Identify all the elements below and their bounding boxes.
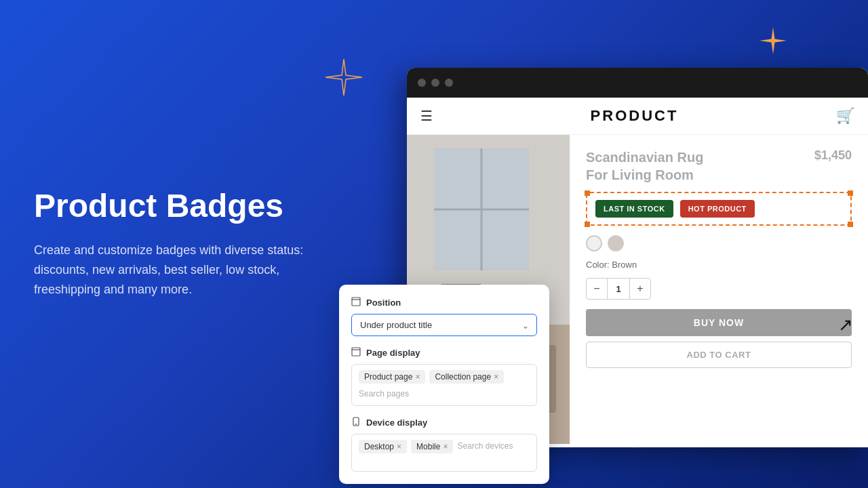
collection-page-tag: Collection page ×	[429, 370, 504, 384]
badge-corner-bl	[585, 222, 590, 227]
mobile-tag: Mobile ×	[411, 440, 453, 453]
desktop-tag-label: Desktop	[364, 442, 394, 451]
quantity-increase-button[interactable]: +	[630, 279, 650, 299]
page-display-section: Page display Product page × Collection p…	[351, 347, 537, 406]
page-tags-input[interactable]: Product page × Collection page × Search …	[351, 364, 537, 406]
color-swatch-medium[interactable]	[608, 235, 624, 251]
product-name: Scandinavian RugFor Living Room	[586, 148, 703, 184]
left-section: Product Badges Create and customize badg…	[0, 0, 353, 488]
store-name: PRODUCT	[591, 107, 679, 125]
product-page-tag: Product page ×	[359, 370, 425, 384]
collection-page-tag-remove[interactable]: ×	[494, 373, 498, 381]
desktop-tag-remove[interactable]: ×	[397, 443, 401, 451]
position-section-title: Position	[366, 298, 401, 308]
cart-icon[interactable]: 🛒	[836, 107, 854, 125]
sparkle-decoration-2	[758, 26, 788, 58]
device-display-section: Device display Desktop × Mobile × Search…	[351, 417, 537, 472]
device-search-placeholder: Search devices	[457, 440, 513, 452]
badge-corner-br	[848, 222, 853, 227]
sparkle-decoration-1	[324, 58, 363, 100]
product-header: ☰ PRODUCT 🛒	[407, 98, 868, 135]
position-section-icon	[351, 297, 361, 308]
svg-rect-8	[352, 298, 360, 306]
add-to-cart-button[interactable]: ADD TO CART	[586, 342, 852, 368]
position-select[interactable]: Under product title Above product title …	[351, 314, 537, 336]
settings-panel: Position Under product title Above produ…	[339, 285, 549, 484]
browser-dot-red	[418, 79, 426, 87]
quantity-decrease-button[interactable]: −	[587, 279, 607, 299]
page-display-section-header: Page display	[351, 347, 537, 359]
product-details: Scandinavian RugFor Living Room $1,450 L…	[570, 135, 868, 444]
mobile-tag-label: Mobile	[416, 442, 440, 451]
last-in-stock-badge: LAST IN STOCK	[595, 200, 673, 218]
hot-product-badge: HOT PRODUCT	[680, 200, 755, 218]
cursor-indicator: ↗	[838, 314, 853, 336]
device-display-section-title: Device display	[366, 418, 427, 428]
page-display-section-title: Page display	[366, 348, 420, 358]
quantity-selector: − 1 +	[586, 278, 651, 300]
product-page-tag-remove[interactable]: ×	[415, 373, 420, 381]
device-display-icon	[351, 417, 361, 428]
quantity-value: 1	[607, 279, 630, 299]
collection-page-tag-label: Collection page	[435, 372, 491, 382]
browser-dot-yellow	[431, 79, 439, 87]
color-swatches	[586, 235, 852, 251]
svg-rect-10	[352, 348, 360, 356]
mobile-tag-remove[interactable]: ×	[443, 443, 448, 451]
device-display-section-header: Device display	[351, 417, 537, 428]
color-swatch-light[interactable]	[586, 235, 602, 251]
page-display-icon	[351, 347, 361, 359]
desktop-tag: Desktop ×	[359, 440, 407, 453]
badge-area: LAST IN STOCK HOT PRODUCT	[586, 192, 852, 226]
product-page-tag-label: Product page	[364, 372, 412, 382]
buy-now-button[interactable]: BUY NOW	[586, 309, 852, 336]
position-section-header: Position	[351, 297, 537, 308]
browser-bar	[407, 68, 868, 98]
position-select-wrapper: Under product title Above product title …	[351, 314, 537, 336]
product-name-price-row: Scandinavian RugFor Living Room $1,450	[586, 148, 852, 184]
page-description: Create and customize badges with diverse…	[34, 241, 319, 299]
page-search-placeholder: Search pages	[359, 388, 409, 400]
page-title: Product Badges	[34, 188, 319, 224]
color-label: Color: Brown	[586, 260, 852, 270]
device-tags-input[interactable]: Desktop × Mobile × Search devices	[351, 434, 537, 472]
browser-dot-green	[445, 79, 453, 87]
position-section: Position Under product title Above produ…	[351, 297, 537, 336]
product-price: $1,450	[814, 148, 852, 163]
hamburger-menu-icon[interactable]: ☰	[420, 108, 433, 124]
